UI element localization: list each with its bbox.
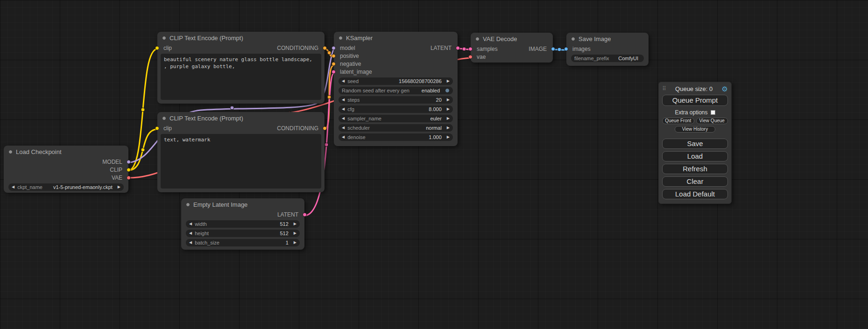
increment-arrow-icon[interactable]: ▶ [294, 222, 296, 226]
sampler-name-widget[interactable]: ◀ sampler_name euler ▶ [339, 115, 453, 122]
extra-options-checkbox[interactable] [711, 110, 715, 115]
output-dot-clip[interactable] [127, 168, 131, 172]
collapse-dot[interactable] [8, 150, 13, 154]
node-header[interactable]: Save Image [566, 33, 649, 45]
node-vae-decode[interactable]: VAE Decode samples IMAGE vae [471, 33, 553, 63]
input-dot-vae[interactable] [468, 55, 473, 59]
node-clip-text-encode-positive[interactable]: CLIP Text Encode (Prompt) clip CONDITION… [157, 32, 325, 104]
node-ksampler[interactable]: KSampler model LATENT positive negative … [334, 32, 458, 146]
increment-arrow-icon[interactable]: ▶ [294, 231, 296, 235]
input-dot-clip[interactable] [155, 46, 159, 50]
node-header[interactable]: Empty Latent Image [181, 198, 304, 210]
clear-button[interactable]: Clear [662, 176, 728, 187]
node-clip-text-encode-negative[interactable]: CLIP Text Encode (Prompt) clip CONDITION… [157, 112, 325, 192]
collapse-dot[interactable] [186, 203, 190, 207]
increment-arrow-icon[interactable]: ▶ [447, 126, 450, 130]
denoise-widget[interactable]: ◀ denoise 1.000 ▶ [339, 133, 453, 141]
load-default-button[interactable]: Load Default [662, 189, 728, 199]
increment-arrow-icon[interactable]: ▶ [447, 98, 450, 102]
width-widget[interactable]: ◀ width 512 ▶ [186, 220, 300, 228]
node-graph-canvas[interactable]: Load Checkpoint MODEL CLIP VAE ◀ ckpt_na… [0, 0, 868, 329]
increment-arrow-icon[interactable]: ▶ [447, 135, 450, 139]
link-midpoint-dot[interactable] [327, 51, 331, 55]
collapse-dot[interactable] [162, 116, 166, 120]
input-dot-negative[interactable] [332, 62, 336, 66]
seed-widget[interactable]: ◀ seed 156680208700286 ▶ [339, 77, 453, 85]
link-midpoint-dot[interactable] [230, 106, 234, 110]
collapse-dot[interactable] [339, 36, 343, 40]
decrement-arrow-icon[interactable]: ◀ [189, 241, 192, 245]
batch-size-widget[interactable]: ◀ batch_size 1 ▶ [186, 239, 300, 246]
node-title: CLIP Text Encode (Prompt) [169, 115, 243, 122]
save-button[interactable]: Save [662, 139, 728, 149]
negative-prompt-textarea[interactable]: text, watermark [161, 134, 321, 189]
filename-prefix-widget[interactable]: filename_prefix ComfyUI [571, 55, 644, 62]
link-midpoint-dot[interactable] [462, 47, 466, 51]
steps-widget[interactable]: ◀ steps 20 ▶ [339, 96, 453, 104]
load-button[interactable]: Load [662, 151, 728, 161]
node-empty-latent-image[interactable]: Empty Latent Image LATENT ◀ width 512 ▶ … [181, 198, 304, 250]
queue-front-button[interactable]: Queue Front [662, 118, 694, 124]
increment-arrow-icon[interactable]: ▶ [447, 107, 450, 111]
input-dot-model[interactable] [332, 46, 336, 50]
node-header[interactable]: CLIP Text Encode (Prompt) [157, 32, 325, 44]
link-midpoint-dot[interactable] [141, 108, 145, 112]
output-dot-conditioning[interactable] [323, 126, 327, 130]
widget-value: ComfyUI [618, 56, 641, 61]
positive-prompt-textarea[interactable]: beautiful scenery nature glass bottle la… [161, 54, 321, 100]
increment-arrow-icon[interactable]: ▶ [447, 79, 450, 83]
widget-value: euler [430, 116, 444, 121]
output-dot-vae[interactable] [127, 175, 131, 180]
input-dot-latent-image[interactable] [332, 70, 336, 74]
increment-arrow-icon[interactable]: ▶ [294, 241, 296, 245]
toggle-dot[interactable] [445, 88, 450, 93]
cfg-widget[interactable]: ◀ cfg 8.000 ▶ [339, 105, 453, 113]
decrement-arrow-icon[interactable]: ◀ [12, 185, 14, 189]
ckpt-name-widget[interactable]: ◀ ckpt_name v1-5-pruned-emaonly.ckpt ▶ [8, 183, 124, 191]
decrement-arrow-icon[interactable]: ◀ [342, 135, 345, 139]
node-header[interactable]: Load Checkpoint [4, 146, 128, 158]
decrement-arrow-icon[interactable]: ◀ [342, 117, 345, 120]
output-dot-model[interactable] [127, 160, 131, 164]
increment-arrow-icon[interactable]: ▶ [118, 185, 120, 189]
output-dot-image[interactable] [551, 47, 555, 51]
node-header[interactable]: KSampler [334, 32, 458, 44]
decrement-arrow-icon[interactable]: ◀ [189, 231, 192, 235]
link-midpoint-dot[interactable] [557, 48, 561, 51]
settings-gear-icon[interactable]: ⚙ [722, 85, 728, 92]
decrement-arrow-icon[interactable]: ◀ [342, 79, 345, 83]
increment-arrow-icon[interactable]: ▶ [447, 117, 450, 120]
decrement-arrow-icon[interactable]: ◀ [342, 98, 345, 102]
queue-menu-panel[interactable]: ⠿ Queue size: 0 ⚙ Queue Prompt Extra opt… [658, 82, 732, 204]
input-dot-images[interactable] [564, 47, 568, 51]
node-save-image[interactable]: Save Image images filename_prefix ComfyU… [566, 33, 649, 66]
decrement-arrow-icon[interactable]: ◀ [342, 107, 345, 111]
link-midpoint-dot[interactable] [141, 148, 145, 152]
refresh-button[interactable]: Refresh [662, 164, 728, 174]
extra-options-label: Extra options [675, 109, 707, 116]
random-seed-widget[interactable]: Random seed after every gen enabled [339, 87, 453, 94]
collapse-dot[interactable] [475, 37, 480, 41]
node-header[interactable]: CLIP Text Encode (Prompt) [157, 112, 325, 124]
scheduler-widget[interactable]: ◀ scheduler normal ▶ [339, 124, 453, 132]
decrement-arrow-icon[interactable]: ◀ [342, 126, 345, 130]
output-dot-latent[interactable] [303, 212, 307, 217]
link-midpoint-dot[interactable] [325, 143, 328, 147]
link-midpoint-dot[interactable] [327, 95, 331, 99]
node-header[interactable]: VAE Decode [471, 33, 553, 45]
node-load-checkpoint[interactable]: Load Checkpoint MODEL CLIP VAE ◀ ckpt_na… [4, 146, 128, 193]
input-dot-samples[interactable] [468, 47, 473, 51]
drag-handle-icon[interactable]: ⠿ [662, 85, 666, 92]
collapse-dot[interactable] [571, 37, 575, 41]
collapse-dot[interactable] [162, 36, 166, 40]
output-dot-latent[interactable] [456, 46, 460, 50]
height-widget[interactable]: ◀ height 512 ▶ [186, 230, 300, 237]
decrement-arrow-icon[interactable]: ◀ [189, 222, 192, 226]
view-history-button[interactable]: View History [675, 126, 715, 133]
wire-clip-to-positive-prompt [128, 49, 157, 170]
view-queue-button[interactable]: View Queue [696, 118, 728, 124]
input-dot-positive[interactable] [332, 54, 336, 58]
output-dot-conditioning[interactable] [323, 46, 327, 50]
queue-prompt-button[interactable]: Queue Prompt [662, 95, 728, 106]
input-dot-clip[interactable] [155, 126, 159, 130]
